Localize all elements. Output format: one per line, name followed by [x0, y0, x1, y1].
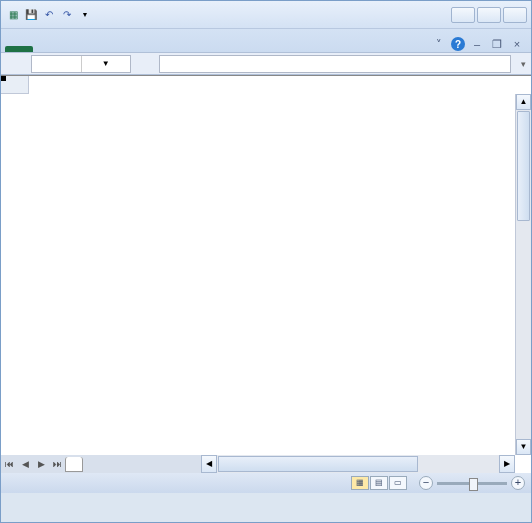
help-icon[interactable]: ?	[451, 37, 465, 51]
name-box-dropdown-icon[interactable]: ▼	[81, 56, 131, 72]
tab-review[interactable]	[139, 46, 159, 52]
save-icon[interactable]: 💾	[23, 7, 39, 23]
normal-view-button[interactable]: ▦	[351, 476, 369, 490]
scroll-right-button[interactable]: ▶	[499, 455, 515, 473]
minimize-ribbon-icon[interactable]: ˅	[431, 36, 447, 52]
formula-input[interactable]	[159, 55, 511, 73]
sheet-nav-last-icon[interactable]: ⏭	[49, 459, 65, 469]
hscroll-track[interactable]	[217, 455, 499, 473]
sheet-tab[interactable]	[65, 457, 83, 472]
workbook-close-icon[interactable]: ×	[509, 36, 525, 52]
tab-page-layout[interactable]	[79, 46, 99, 52]
page-layout-view-button[interactable]: ▤	[370, 476, 388, 490]
sheet-tab-bar: ⏮ ◀ ▶ ⏭	[1, 455, 201, 473]
status-bar: ▦ ▤ ▭ − +	[1, 473, 531, 493]
view-buttons: ▦ ▤ ▭	[351, 476, 407, 490]
titlebar: ▦ 💾 ↶ ↷ ▼	[1, 1, 531, 29]
quick-access-toolbar: ▦ 💾 ↶ ↷ ▼	[5, 7, 93, 23]
qat-dropdown-icon[interactable]: ▼	[77, 7, 93, 23]
scroll-left-button[interactable]: ◀	[201, 455, 217, 473]
maximize-button[interactable]	[477, 7, 501, 23]
scroll-down-button[interactable]: ▼	[516, 439, 531, 455]
formula-bar: ▼ ▾	[1, 53, 531, 75]
sheet-nav-first-icon[interactable]: ⏮	[1, 459, 17, 469]
tab-data[interactable]	[119, 46, 139, 52]
vertical-scrollbar[interactable]: ▲ ▼	[515, 94, 531, 455]
tab-view[interactable]	[159, 46, 179, 52]
spreadsheet-grid[interactable]: ▲ ▼ ⏮ ◀ ▶ ⏭ ◀ ▶	[1, 75, 531, 473]
undo-icon[interactable]: ↶	[41, 7, 57, 23]
vscroll-thumb[interactable]	[517, 111, 530, 221]
workbook-restore-icon[interactable]: ❐	[489, 36, 505, 52]
sheet-nav-next-icon[interactable]: ▶	[33, 459, 49, 469]
workbook-minimize-icon[interactable]: –	[469, 36, 485, 52]
file-tab[interactable]	[5, 46, 33, 52]
sheet-nav-prev-icon[interactable]: ◀	[17, 459, 33, 469]
excel-icon: ▦	[5, 7, 21, 23]
close-button[interactable]	[503, 7, 527, 23]
tab-insert[interactable]	[59, 46, 79, 52]
ribbon-right: ˅ ? – ❐ ×	[431, 36, 531, 52]
zoom-slider[interactable]	[437, 482, 507, 485]
minimize-button[interactable]	[451, 7, 475, 23]
hscroll-thumb[interactable]	[218, 456, 418, 472]
scroll-up-button[interactable]: ▲	[516, 94, 531, 110]
expand-formula-icon[interactable]: ▾	[515, 59, 531, 69]
window-buttons	[451, 7, 527, 23]
zoom-in-button[interactable]: +	[511, 476, 525, 490]
page-break-view-button[interactable]: ▭	[389, 476, 407, 490]
horizontal-scrollbar[interactable]: ◀ ▶	[201, 455, 515, 473]
zoom-controls: − +	[415, 476, 525, 490]
redo-icon[interactable]: ↷	[59, 7, 75, 23]
select-all-corner[interactable]	[1, 76, 29, 94]
tab-formulas[interactable]	[99, 46, 119, 52]
zoom-out-button[interactable]: −	[419, 476, 433, 490]
tab-home[interactable]	[39, 46, 59, 52]
ribbon-tabs: ˅ ? – ❐ ×	[1, 29, 531, 53]
name-box[interactable]: ▼	[31, 55, 131, 73]
